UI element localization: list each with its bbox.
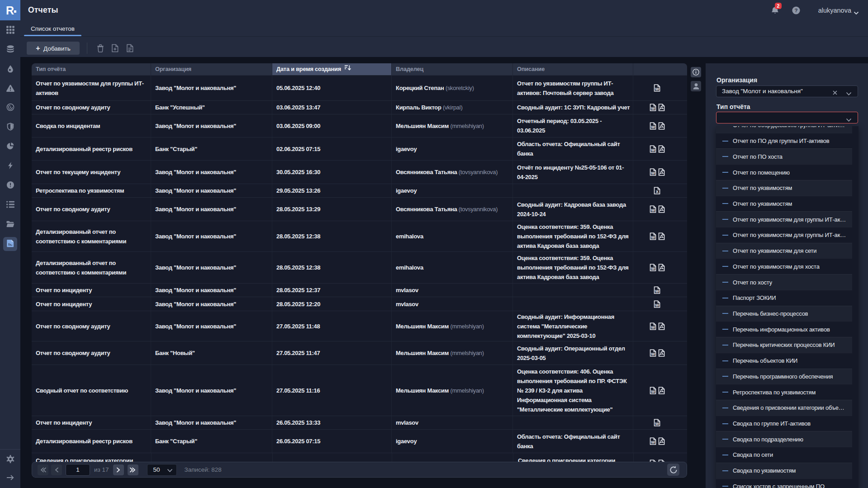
svg-text:W: W xyxy=(651,352,655,356)
svg-text:W: W xyxy=(651,171,655,175)
svg-text:W: W xyxy=(651,208,655,213)
svg-text:W: W xyxy=(651,266,655,271)
svg-text:?: ? xyxy=(794,8,797,13)
svg-text:W: W xyxy=(651,325,655,330)
svg-text:W: W xyxy=(651,389,655,394)
svg-text:W: W xyxy=(655,289,659,294)
svg-text:W: W xyxy=(655,87,659,91)
svg-text:W: W xyxy=(651,106,655,111)
svg-text:W: W xyxy=(651,125,655,129)
svg-text:X: X xyxy=(656,190,659,194)
svg-text:W: W xyxy=(655,303,659,308)
svg-text:W: W xyxy=(655,422,659,426)
svg-text:W: W xyxy=(651,148,655,152)
svg-text:W: W xyxy=(651,235,655,240)
svg-text:W: W xyxy=(651,440,655,445)
